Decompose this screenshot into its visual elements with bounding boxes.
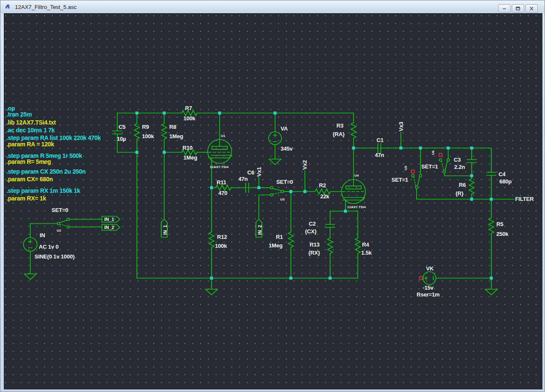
component-ref: C3 bbox=[454, 157, 461, 163]
component-value: 250k bbox=[496, 231, 509, 237]
svg-text:IN_2: IN_2 bbox=[104, 225, 114, 230]
resistor-r9[interactable]: R9 100k bbox=[134, 113, 154, 152]
capacitor-c1[interactable]: C1 47n bbox=[375, 137, 384, 158]
close-icon bbox=[528, 6, 535, 11]
net-label-vx2[interactable]: Vx2 bbox=[301, 160, 308, 192]
ground-icon bbox=[24, 274, 36, 279]
switch-u2[interactable]: SET=0 U2 bbox=[52, 207, 70, 232]
directive-param-cx[interactable]: .param CX= 680n bbox=[6, 176, 53, 183]
component-ref: R8 bbox=[169, 124, 176, 130]
capacitor-c3[interactable]: C3 2.2n bbox=[454, 148, 476, 176]
component-value: 1Meg bbox=[183, 154, 197, 161]
directive-step-cx[interactable]: .step param CX 250n 2u 250n bbox=[6, 168, 86, 175]
app-icon bbox=[4, 3, 12, 11]
window-controls bbox=[498, 4, 538, 12]
port-flag-in2-down[interactable]: IN_2 bbox=[256, 219, 262, 237]
port-flag-in1-right[interactable]: IN_1 bbox=[102, 216, 120, 222]
component-value: 2.2n bbox=[454, 164, 465, 170]
resistor-r13[interactable]: R13 {RX} bbox=[308, 227, 333, 278]
schematic-canvas[interactable]: R7 100k R9 100k R8 1Meg R10 1Meg R11 bbox=[4, 13, 542, 389]
voltage-source-va[interactable]: VA 345v bbox=[269, 113, 293, 165]
component-des: U1 bbox=[221, 134, 226, 138]
switch-label: SET=0 bbox=[276, 179, 293, 185]
svg-text:IN_1: IN_1 bbox=[162, 225, 168, 235]
net-label-vx3[interactable]: Vx3 bbox=[398, 122, 404, 148]
resistor-r7[interactable]: R7 100k bbox=[182, 105, 197, 122]
port-flag-in1-down[interactable]: IN_1 bbox=[161, 219, 168, 237]
spice-directives: .op .tran 25m .lib 12AX7.TSi4.txt .ac de… bbox=[6, 105, 101, 202]
capacitor-c5[interactable]: C5 10µ bbox=[113, 113, 137, 152]
tube-u4[interactable]: U4 12AX7.TSi4 bbox=[342, 148, 366, 211]
open-pin-flag bbox=[439, 154, 442, 157]
directive-tran[interactable]: .tran 25m bbox=[6, 111, 32, 118]
component-value: 100k bbox=[183, 115, 196, 122]
component-des: U3 bbox=[280, 197, 285, 201]
resistor-r8[interactable]: R8 1Meg bbox=[162, 113, 183, 152]
component-value: {RX} bbox=[308, 250, 320, 256]
ground-symbol[interactable] bbox=[206, 278, 217, 295]
component-value: 12AX7.TSi4 bbox=[347, 205, 366, 209]
component-ref: C5 bbox=[119, 124, 125, 130]
switch-u5[interactable]: SET=1 U5 bbox=[391, 148, 422, 189]
component-ref: R9 bbox=[142, 124, 149, 130]
component-ref: R4 bbox=[362, 241, 369, 248]
component-value: 345v bbox=[281, 145, 293, 152]
resistor-r3[interactable]: R3 {RA} bbox=[333, 113, 356, 148]
component-ref: R12 bbox=[217, 234, 227, 240]
svg-text:Vx2: Vx2 bbox=[301, 160, 308, 170]
svg-text:IN_1: IN_1 bbox=[104, 217, 114, 222]
component-ref: R13 bbox=[310, 241, 319, 248]
component-value: 1Meg bbox=[169, 133, 183, 139]
restore-button[interactable] bbox=[512, 4, 524, 12]
directive-step-ra[interactable]: .step param RA list 100k 220k 470k bbox=[6, 134, 101, 141]
close-button[interactable] bbox=[525, 4, 538, 12]
switch-label: SET=1 bbox=[421, 163, 438, 170]
component-des: U4 bbox=[354, 174, 359, 177]
title-bar[interactable]: 12AX7_Filtro_Test_5.asc bbox=[0, 0, 545, 13]
directive-param-r[interactable]: .param R= 5meg bbox=[6, 158, 51, 165]
net-label-filter[interactable]: FILTER bbox=[515, 196, 534, 202]
component-value: 470 bbox=[218, 190, 227, 196]
component-ref: R10 bbox=[183, 145, 192, 151]
component-value: {RA} bbox=[333, 131, 345, 137]
directive-step-rx[interactable]: .step param RX 1m 150k 1k bbox=[6, 187, 81, 194]
minimize-button[interactable] bbox=[498, 4, 510, 12]
component-ref: R5 bbox=[496, 221, 503, 227]
component-value: 10µ bbox=[117, 136, 126, 142]
component-des: U5 bbox=[404, 166, 408, 170]
component-value: 1.5k bbox=[361, 250, 372, 256]
component-ref: R3 bbox=[336, 122, 343, 129]
resistor-r1[interactable]: R1 1Meg bbox=[269, 192, 293, 278]
ground-icon bbox=[269, 159, 281, 165]
resistor-r4[interactable]: R4 1.5k bbox=[355, 211, 372, 278]
component-value: 22k bbox=[320, 193, 330, 200]
directive-param-ra[interactable]: .param RA = 120k bbox=[6, 141, 54, 148]
ground-symbol[interactable] bbox=[485, 278, 497, 295]
component-value: {CX} bbox=[305, 228, 317, 235]
voltage-source-in[interactable]: IN AC 1v 0 SINE(0 1v 1000) bbox=[23, 224, 75, 279]
voltage-source-vk[interactable]: VK -15v Rser=1m bbox=[417, 265, 440, 298]
ltspice-window: 12AX7_Filtro_Test_5.asc bbox=[0, 0, 545, 392]
component-param: Rser=1m bbox=[417, 291, 440, 298]
resistor-r6[interactable]: R6 {R} bbox=[455, 176, 474, 199]
component-value: 1Meg bbox=[269, 242, 283, 249]
resistor-r5[interactable]: R5 250k bbox=[489, 199, 509, 278]
port-flag-in2-right[interactable]: IN_2 bbox=[102, 224, 120, 230]
resistor-r12[interactable]: R12 100k bbox=[209, 158, 227, 278]
open-pin-flag bbox=[420, 277, 423, 280]
switch-label: SET=1 bbox=[391, 177, 408, 183]
resistor-r10[interactable]: R10 1Meg bbox=[182, 145, 197, 161]
svg-text:Vx3: Vx3 bbox=[398, 122, 404, 131]
component-value: 47n bbox=[375, 152, 384, 158]
capacitor-c4[interactable]: C4 680p bbox=[487, 148, 512, 199]
net-label-vx1[interactable]: Vx1 bbox=[256, 167, 262, 188]
svg-text:Vx1: Vx1 bbox=[256, 167, 262, 177]
component-ref: IN bbox=[40, 232, 45, 238]
switch-label: SET=0 bbox=[52, 207, 68, 213]
directive-lib[interactable]: .lib 12AX7.TSi4.txt bbox=[6, 119, 56, 126]
directive-param-rx[interactable]: .param RX= 1k bbox=[6, 195, 46, 202]
directive-ac[interactable]: .ac dec 10ms 1 7k bbox=[6, 127, 55, 134]
component-value: 100k bbox=[142, 133, 154, 139]
component-ref: R6 bbox=[459, 182, 466, 188]
switch-u6[interactable]: SET=1 U6 bbox=[421, 148, 449, 173]
